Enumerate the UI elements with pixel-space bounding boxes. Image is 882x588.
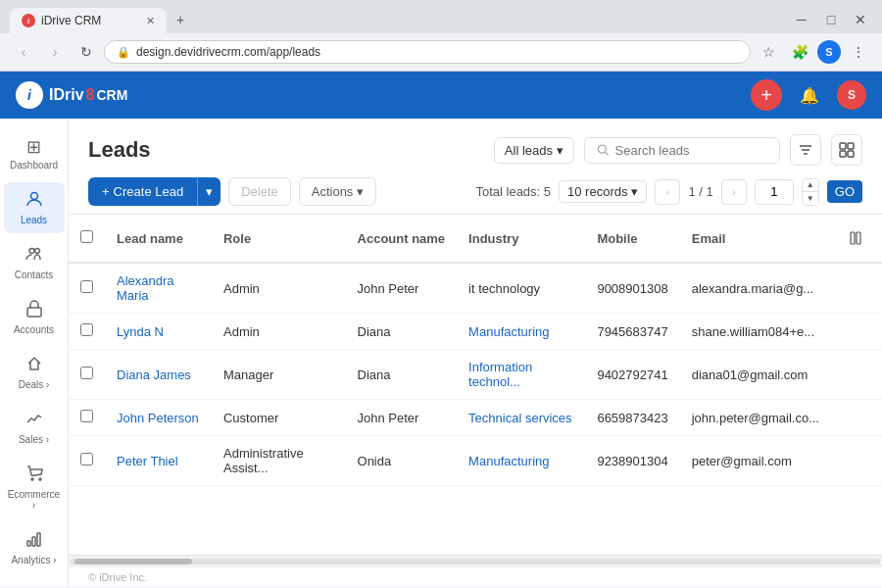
- table-row: John Peterson Customer John Peter Techni…: [69, 400, 882, 436]
- actions-button[interactable]: Actions ▾: [299, 177, 377, 206]
- row-checkbox-cell-4: [69, 436, 105, 486]
- extensions-button[interactable]: 🧩: [786, 38, 813, 66]
- sidebar-label-dashboard: Dashboard: [10, 160, 58, 171]
- maximize-button[interactable]: □: [817, 6, 845, 33]
- create-lead-btn-group: + Create Lead ▾: [88, 177, 220, 206]
- actions-chevron-icon: ▾: [357, 184, 364, 199]
- sidebar-item-ecommerce[interactable]: Ecommerce ›: [4, 457, 65, 518]
- sidebar-item-dashboard[interactable]: ⊞ Dashboard: [4, 128, 65, 178]
- footer: © iDrive Inc.: [69, 566, 882, 587]
- row-checkbox-cell-0: [69, 263, 105, 314]
- sidebar-item-deals[interactable]: Deals ›: [4, 347, 65, 398]
- search-input[interactable]: [615, 143, 767, 158]
- lead-name-link-1[interactable]: Lynda N: [117, 324, 164, 339]
- col-role: Role: [212, 215, 346, 263]
- row-checkbox-3[interactable]: [80, 410, 93, 422]
- plus-icon: +: [102, 184, 110, 199]
- search-box[interactable]: [584, 137, 780, 164]
- sidebar-item-data-migration[interactable]: Data Migration: [4, 577, 65, 587]
- lead-name-link-4[interactable]: Peter Thiel: [117, 454, 178, 468]
- cell-mobile-3: 6659873423: [585, 400, 679, 436]
- bookmark-button[interactable]: ☆: [755, 38, 782, 66]
- table-row: Diana James Manager Diana Information te…: [69, 350, 882, 400]
- create-lead-dropdown-button[interactable]: ▾: [197, 177, 220, 206]
- sidebar-label-contacts: Contacts: [15, 270, 53, 280]
- cell-role-2: Manager: [212, 350, 346, 400]
- prev-page-button[interactable]: ‹: [655, 179, 680, 205]
- industry-link-4[interactable]: Manufacturing: [468, 454, 549, 468]
- filter-label: All leads: [505, 143, 553, 158]
- browser-tab[interactable]: i iDrive CRM ✕: [10, 8, 167, 33]
- page-increment-button[interactable]: ▲: [803, 179, 818, 192]
- sidebar-item-contacts[interactable]: Contacts: [4, 237, 65, 288]
- delete-button[interactable]: Delete: [228, 177, 291, 206]
- back-button[interactable]: ‹: [10, 38, 37, 66]
- notifications-button[interactable]: 🔔: [794, 79, 825, 111]
- select-all-checkbox[interactable]: [80, 230, 93, 243]
- svg-rect-3: [27, 308, 41, 317]
- favicon-icon: i: [22, 14, 35, 27]
- go-button[interactable]: GO: [827, 180, 862, 203]
- svg-rect-13: [848, 143, 854, 149]
- sidebar-item-accounts[interactable]: Accounts: [4, 292, 65, 343]
- sidebar-item-leads[interactable]: Leads: [4, 182, 65, 233]
- page-number-input[interactable]: [755, 179, 794, 205]
- row-checkbox-cell-1: [69, 314, 105, 350]
- cell-row-actions-4: [831, 436, 882, 486]
- cell-account-3: John Peter: [346, 400, 458, 436]
- user-avatar[interactable]: S: [837, 80, 866, 110]
- row-checkbox-1[interactable]: [80, 323, 93, 336]
- col-industry: Industry: [457, 215, 585, 263]
- browser-profile[interactable]: S: [817, 40, 841, 64]
- refresh-button[interactable]: ↻: [73, 38, 100, 66]
- industry-link-2[interactable]: Information technol...: [468, 360, 532, 389]
- close-tab-button[interactable]: ✕: [146, 15, 155, 27]
- records-per-page-dropdown[interactable]: 10 records ▾: [559, 180, 647, 203]
- svg-rect-6: [37, 533, 40, 546]
- close-window-button[interactable]: ✕: [847, 6, 874, 33]
- scroll-thumb[interactable]: [74, 559, 192, 564]
- cell-account-1: Diana: [346, 314, 458, 350]
- cell-email-3: john.peter@gmail.co...: [680, 400, 831, 436]
- app-logo: i IDriv8 CRM: [16, 81, 127, 109]
- forward-button[interactable]: ›: [41, 38, 69, 66]
- cell-mobile-1: 7945683747: [585, 314, 679, 350]
- create-lead-button[interactable]: + Create Lead: [88, 177, 197, 206]
- cell-email-1: shane.william084+e...: [680, 314, 831, 350]
- lead-name-link-0[interactable]: Alexandra Maria: [117, 273, 174, 303]
- lead-name-link-3[interactable]: John Peterson: [117, 411, 199, 425]
- row-checkbox-4[interactable]: [80, 453, 93, 466]
- page-spinners: ▲ ▼: [802, 178, 819, 206]
- table-row: Lynda N Admin Diana Manufacturing 794568…: [69, 314, 882, 350]
- row-checkbox-2[interactable]: [80, 367, 93, 379]
- horizontal-scrollbar[interactable]: [69, 555, 882, 566]
- cell-row-actions-2: [831, 350, 882, 400]
- grid-view-button[interactable]: [831, 134, 862, 166]
- page-title: Leads: [88, 137, 151, 163]
- sidebar-item-sales[interactable]: Sales ›: [4, 402, 65, 453]
- minimize-button[interactable]: ─: [788, 6, 815, 33]
- next-page-button[interactable]: ›: [721, 179, 747, 205]
- add-button[interactable]: +: [751, 79, 782, 111]
- sidebar-item-analytics[interactable]: Analytics ›: [4, 522, 65, 573]
- records-chevron-icon: ▾: [631, 184, 638, 199]
- industry-link-1[interactable]: Manufacturing: [468, 324, 549, 339]
- filter-dropdown[interactable]: All leads ▾: [494, 137, 574, 164]
- page-decrement-button[interactable]: ▼: [803, 192, 818, 205]
- columns-button[interactable]: [843, 224, 870, 252]
- cell-role-1: Admin: [212, 314, 346, 350]
- sidebar-label-sales: Sales ›: [19, 434, 49, 445]
- cell-row-actions-0: [831, 263, 882, 314]
- lead-name-link-2[interactable]: Diana James: [117, 368, 191, 382]
- cell-row-actions-3: [831, 400, 882, 436]
- browser-menu-button[interactable]: ⋮: [845, 38, 872, 66]
- address-bar[interactable]: 🔒 design.devidrivecrm.com/app/leads: [104, 40, 751, 64]
- filter-icon-button[interactable]: [790, 134, 821, 166]
- industry-link-3[interactable]: Technical services: [468, 411, 572, 425]
- cell-industry-4: Manufacturing: [457, 436, 585, 486]
- grid-icon: [839, 142, 855, 158]
- row-checkbox-0[interactable]: [80, 280, 93, 293]
- url-text: design.devidrivecrm.com/app/leads: [136, 45, 738, 59]
- new-tab-button[interactable]: +: [167, 6, 194, 33]
- sidebar: ⊞ Dashboard Leads: [0, 119, 69, 587]
